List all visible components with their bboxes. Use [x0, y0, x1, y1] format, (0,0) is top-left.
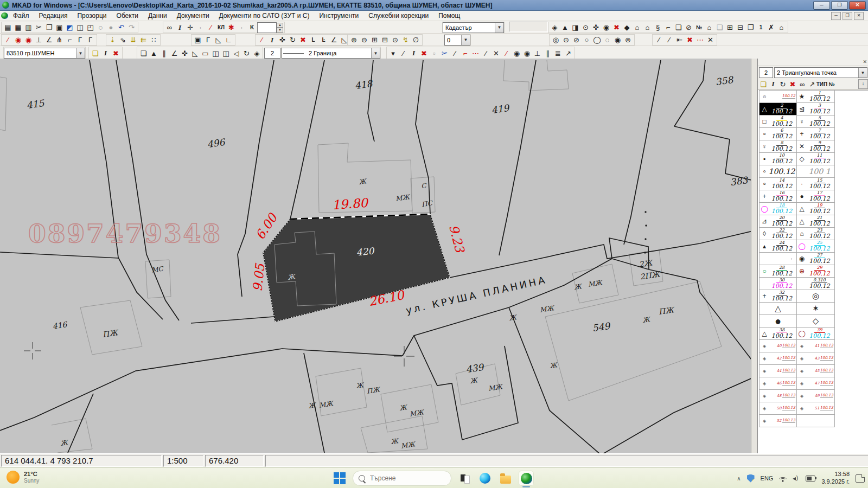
symbol-rotate-icon[interactable]: ↻ [778, 80, 788, 89]
security-shield-icon[interactable] [747, 474, 755, 483]
to-start-icon[interactable]: ⇤ [674, 35, 685, 44]
section-icon[interactable]: § [653, 23, 663, 32]
zoom-out-icon[interactable]: ⊖ [359, 35, 369, 44]
circle-slash-icon[interactable]: ⊘ [571, 35, 582, 44]
object-parallel-icon[interactable]: ∥ [159, 49, 169, 58]
region-select-arrow-icon[interactable]: ▼ [76, 48, 85, 58]
symbol-cell-23[interactable]: ◊22100.12 [759, 228, 797, 240]
corner-icon[interactable]: ⌐ [663, 23, 673, 32]
symbol-cell-39[interactable]: △38100.12 [759, 328, 797, 340]
symbol-cell-47[interactable]: ◈46100.13 [759, 377, 797, 390]
line-style-arrow-icon[interactable]: ▼ [371, 48, 380, 58]
type-button-icon[interactable]: ТИП [817, 80, 827, 89]
sheet-icon[interactable]: ❏ [673, 23, 684, 32]
symbol-cell-37[interactable]: ● [759, 315, 797, 328]
notification-icon[interactable] [856, 474, 865, 483]
symbol-cell-53[interactable]: ◈52100.13 [759, 415, 797, 427]
snap-grid-icon[interactable]: ∷ [149, 35, 159, 44]
symbol-cell-11[interactable]: ▪10100.12 [759, 153, 797, 165]
circle-ring-icon[interactable]: ⊚ [623, 35, 633, 44]
line-b-icon[interactable]: ⁄ [664, 35, 674, 44]
edit-angle-icon[interactable]: ∠ [329, 35, 339, 44]
zoom-window-icon[interactable]: ⊞ [369, 35, 380, 44]
edit-info-icon[interactable]: I [267, 35, 277, 44]
cross-icon[interactable]: ✕ [705, 35, 716, 44]
remove-icon[interactable]: ✖ [685, 35, 695, 44]
open-icon[interactable]: ▤ [3, 23, 13, 32]
style-slash-3-icon[interactable]: ⁄ [501, 49, 512, 58]
symbol-delete-icon[interactable]: ✖ [788, 80, 797, 89]
stamp-icon[interactable]: ◌ [95, 23, 106, 32]
k-label-icon[interactable]: K [247, 23, 257, 32]
symbol-cell-34[interactable]: ◎ [797, 290, 835, 303]
symbol-cell-48[interactable]: ◈47100.13 [797, 377, 835, 390]
restore-button[interactable]: ❐ [831, 1, 848, 10]
symbol-cell-3[interactable]: △2100.12 [759, 103, 797, 115]
symbol-type-arrow-icon[interactable]: ▼ [858, 68, 867, 78]
symbol-cell-33[interactable]: +32100.12 [759, 290, 797, 303]
menu-item-2[interactable]: Прозорци [72, 11, 111, 20]
area-p-icon[interactable]: ▣ [193, 35, 203, 44]
style-drop-icon[interactable]: ▾ [388, 49, 398, 58]
weather-widget[interactable]: 21°C Sunny [7, 471, 39, 484]
style-corner-icon[interactable]: ⌐ [460, 49, 470, 58]
binoculars-icon[interactable]: ∞ [164, 23, 175, 32]
triangle-icon[interactable]: ▲ [560, 23, 570, 32]
style-cross-icon[interactable]: ✕ [491, 49, 501, 58]
symbol-cell-1[interactable]: ⊙100.12 [759, 91, 797, 103]
symbol-cell-16[interactable]: ·15100.12 [797, 178, 835, 190]
symbol-cell-52[interactable]: ◈51100.13 [797, 402, 835, 415]
dashes-icon[interactable]: ⋯ [695, 35, 705, 44]
legend-icon[interactable]: ◨ [570, 23, 580, 32]
symbol-cell-45[interactable]: ◈44100.13 [759, 365, 797, 377]
panel-down-icon[interactable]: ↓ [858, 79, 868, 89]
snap-double-icon[interactable]: ⇊ [128, 35, 138, 44]
menu-item-7[interactable]: Инструменти [314, 11, 363, 20]
snap-down-icon[interactable]: ⇣ [107, 35, 118, 44]
redo-icon[interactable]: ↷ [126, 23, 137, 32]
k-spinner[interactable]: ▲▼ [277, 23, 283, 33]
symbol-cell-7[interactable]: ∘6100.12 [759, 128, 797, 140]
symbol-new-icon[interactable]: ❏ [758, 80, 768, 89]
symbol-cell-2[interactable]: ★1100.12 [797, 91, 835, 103]
menu-item-9[interactable]: Помощ [433, 11, 465, 20]
layers-icon[interactable]: ❐ [745, 23, 756, 32]
triangle-lower-icon[interactable]: ◺ [213, 35, 224, 44]
symbol-cell-5[interactable]: □4100.12 [759, 115, 797, 128]
symbol-cell-25[interactable]: ▴24100.12 [759, 240, 797, 253]
object-columns-icon[interactable]: ◫ [210, 49, 221, 58]
symbol-cell-40[interactable]: ◯39100.12 [797, 328, 835, 340]
object-triangle-icon[interactable]: ▲ [149, 49, 159, 58]
object-corner-icon[interactable]: ◺ [190, 49, 200, 58]
object-rect-icon[interactable]: ▭ [200, 49, 210, 58]
edit-line-icon[interactable]: ⁄ [257, 35, 267, 44]
new-object-icon[interactable]: ❏ [138, 49, 149, 58]
map-canvas[interactable]: 0897479348 41549641841935838341643954942… [0, 59, 751, 453]
search-input[interactable] [369, 474, 431, 483]
region-select[interactable]: 83510 гр.ШУМЕН ▼ [4, 48, 85, 59]
region-delete-icon[interactable]: ✖ [111, 49, 121, 58]
style-slash-2-icon[interactable]: ⁄ [481, 49, 491, 58]
region-icon[interactable]: ◈ [550, 23, 560, 32]
objects-icon[interactable]: ◩ [65, 23, 75, 32]
symbol-cell-8[interactable]: +7100.12 [797, 128, 835, 140]
menu-item-5[interactable]: Документи [172, 11, 214, 20]
hundred-icon[interactable]: ● [106, 23, 116, 32]
kl-icon[interactable]: КЛ [216, 23, 226, 32]
menu-item-0[interactable]: Файл [8, 11, 34, 20]
undo-icon[interactable]: ↶ [116, 23, 126, 32]
zoom-all-icon[interactable]: ⊙ [390, 35, 400, 44]
zoom-select[interactable]: 0 ▼ [444, 35, 470, 46]
zoom-pan-icon[interactable]: ⊟ [380, 35, 390, 44]
symbol-find-icon[interactable]: ∞ [797, 80, 807, 89]
menu-item-6[interactable]: Документи по САТО (ЗУТ и С) [214, 11, 315, 20]
object-diamond-icon[interactable]: ◈ [252, 49, 262, 58]
symbol-cell-19[interactable]: ◯18100.12 [759, 203, 797, 215]
lock-a-icon[interactable]: ◉ [13, 35, 23, 44]
find-point-icon[interactable]: ◉ [601, 23, 611, 32]
line-l-icon[interactable]: L [308, 35, 318, 44]
style-delete-icon[interactable]: ✖ [419, 49, 429, 58]
corner-a-icon[interactable]: ⌐ [65, 35, 75, 44]
draw-line-icon[interactable]: ⁄ [3, 35, 13, 44]
explorer-button[interactable] [498, 471, 513, 486]
